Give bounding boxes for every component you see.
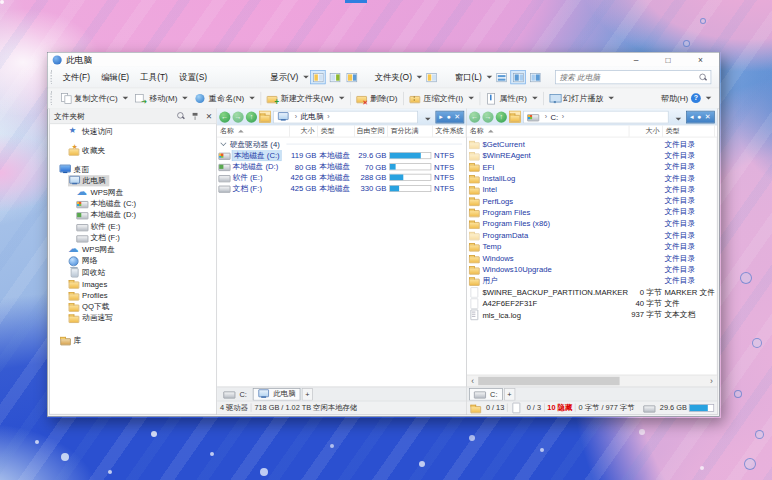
panel-nav-icon[interactable]: ◂ [690,111,694,122]
tab-此电脑[interactable]: 此电脑 [252,388,300,401]
toolbar-copy-button[interactable]: 复制文件(C) [57,90,132,106]
scrollbar-thumb[interactable] [478,377,619,385]
collapse-chevron-icon[interactable] [220,140,226,146]
drive-row-0[interactable]: 本地磁盘 (C:)119 GB本地磁盘29.6 GBNTFS [217,150,466,161]
tree-item-this-pc[interactable]: 此电脑 [50,175,217,186]
toolbar-newfolder-button[interactable]: 新建文件夹(W) [263,90,348,106]
column-header-4[interactable]: 百分比满 [388,126,433,137]
drive-name[interactable]: 本地磁盘 (D:) [233,161,279,172]
tree-item-desktop[interactable]: 桌面 [50,164,217,175]
menu-item-3[interactable]: 设置(S) [173,71,212,83]
drive-name[interactable]: 软件 (E:) [233,172,263,183]
back-icon[interactable]: ← [219,111,230,122]
tree-item-recycle-bin[interactable]: 回收站 [50,266,217,277]
file-name[interactable]: A42F6EF2F31F [482,299,537,307]
group-header[interactable]: 硬盘驱动器 (4) [217,138,466,150]
breadcrumb-item[interactable]: C: [551,113,559,121]
breadcrumb-item[interactable]: 此电脑 [301,112,324,123]
file-row-12[interactable]: 用户文件目录 [467,275,717,286]
file-row-9[interactable]: Temp文件目录 [467,241,717,252]
maximize-button[interactable]: □ [666,55,671,65]
chevron-down-icon[interactable] [532,97,538,100]
file-name[interactable]: Temp [482,242,501,250]
menu-folders[interactable]: 文件夹(O) [369,71,413,83]
file-row-10[interactable]: Windows文件目录 [467,252,717,263]
panel-close-icon[interactable]: ✕ [705,111,711,122]
right-breadcrumb[interactable]: › C: › [523,110,668,123]
toolbar-slides-button[interactable]: 幻灯片播放 [546,90,618,106]
drive-row-2[interactable]: 软件 (E:)426 GB本地磁盘288 GBNTFS [217,172,466,183]
window-layout-3-button[interactable] [527,70,542,84]
middle-breadcrumb[interactable]: › 此电脑 › [273,110,418,123]
file-name[interactable]: PerfLogs [482,197,513,205]
chevron-down-icon[interactable] [417,76,423,79]
new-tab-button[interactable]: + [302,388,313,401]
panel-close-icon[interactable]: ✕ [454,111,460,122]
chevron-down-icon[interactable] [487,76,493,79]
file-name[interactable]: EFI [482,162,494,170]
file-row-2[interactable]: EFI文件目录 [467,161,717,172]
tree-item-libraries[interactable]: 库 [50,335,217,346]
file-name[interactable]: InstallLog [482,174,515,182]
file-row-8[interactable]: ProgramData文件目录 [467,229,717,240]
tree-item-wps-cloud-1[interactable]: WPS网盘 [50,187,217,198]
file-row-0[interactable]: $GetCurrent文件目录 [467,138,717,149]
chevron-down-icon[interactable] [123,97,129,100]
window-layout-2-button[interactable] [510,70,525,84]
scroll-right-icon[interactable]: › [706,376,717,387]
tab-C:[interactable]: C: [469,388,502,401]
column-header-2[interactable]: 类型 [663,126,715,137]
file-name[interactable]: mls_lca.log [482,311,521,319]
file-name[interactable]: $WinREAgent [482,151,530,159]
file-name[interactable]: Intel [482,185,497,193]
file-row-7[interactable]: Program Files (x86)文件目录 [467,218,717,229]
tree-item-disk-d[interactable]: 本地磁盘 (D:) [50,209,217,220]
tree-item-anim-sketch[interactable]: 动画速写 [50,312,217,323]
panel-dot-icon[interactable]: ● [446,111,450,122]
window-layout-1-button[interactable] [494,70,509,84]
chevron-down-icon[interactable] [303,76,309,79]
up-icon[interactable]: ↑ [496,111,507,122]
panel-dot-icon[interactable]: ● [697,111,701,122]
file-row-5[interactable]: PerfLogs文件目录 [467,195,717,206]
drive-row-3[interactable]: 文档 (F:)425 GB本地磁盘330 GBNTFS [217,183,466,194]
chevron-down-icon[interactable] [468,97,474,100]
tree-close-icon[interactable]: ✕ [206,112,212,120]
tree-item-profiles[interactable]: Profiles [50,289,217,300]
column-header-5[interactable]: 文件系统 [433,126,467,137]
toolbar-props-button[interactable]: 属性(R) [482,90,541,106]
scroll-left-icon[interactable]: ‹ [467,376,478,387]
menu-item-1[interactable]: 编辑(E) [96,71,135,83]
panel-nav-icon[interactable]: ▸ [439,111,443,122]
folder-browse-button[interactable] [509,111,521,123]
chevron-down-icon[interactable] [339,97,345,100]
view-mode-1-button[interactable] [310,70,325,84]
chevron-down-icon[interactable] [249,97,255,100]
tree-item-quick-access[interactable]: 快速访问 [50,126,217,137]
forward-icon[interactable]: → [482,111,493,122]
file-name[interactable]: Program Files [482,208,530,216]
toolbar-del-button[interactable]: 删除(D) [353,90,401,106]
file-name[interactable]: $GetCurrent [482,140,524,148]
toolbar-rename-button[interactable]: 重命名(N) [191,90,258,106]
tree-item-favorites[interactable]: 收藏夹 [50,145,217,156]
column-header-1[interactable]: 大小 [629,126,663,137]
folders-layout-button[interactable] [424,70,439,84]
search-icon[interactable] [699,73,707,81]
back-icon[interactable]: ← [469,111,480,122]
tree-item-disk-c[interactable]: 本地磁盘 (C:) [50,198,217,209]
file-row-3[interactable]: InstallLog文件目录 [467,172,717,183]
file-row-15[interactable]: mls_lca.log937 字节文本文档 [467,309,717,320]
file-name[interactable]: $WINRE_BACKUP_PARTITION.MARKER [482,288,628,296]
drive-row-1[interactable]: 本地磁盘 (D:)80 GB本地磁盘70 GBNTFS [217,161,466,172]
file-name[interactable]: Program Files (x86) [482,219,550,227]
file-name[interactable]: Windows10Upgrade [482,265,551,273]
file-name[interactable]: ProgramData [482,231,528,239]
help-button[interactable]: 帮助(H) ? [661,93,719,104]
file-name[interactable]: 用户 [482,275,497,286]
file-row-1[interactable]: $WinREAgent文件目录 [467,150,717,161]
minimize-button[interactable]: – [634,55,639,65]
folder-browse-button[interactable] [259,111,271,123]
forward-icon[interactable]: → [233,111,244,122]
column-header-0[interactable]: 名称 [217,126,290,137]
